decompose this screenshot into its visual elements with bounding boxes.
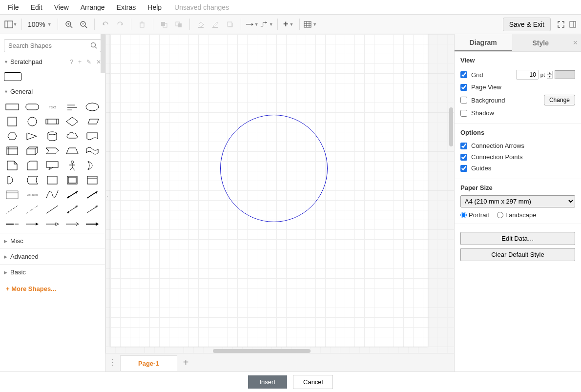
shape-actor[interactable] [64, 160, 81, 171]
shape-circle[interactable] [24, 116, 41, 127]
zoom-out-icon[interactable] [77, 18, 90, 31]
shape-data-storage[interactable] [24, 174, 41, 186]
basic-header[interactable]: ▶Basic [0, 264, 105, 280]
shape-double-rect[interactable] [64, 174, 81, 186]
scratchpad-add-icon[interactable]: + [78, 59, 82, 65]
conn-arrows-checkbox[interactable] [460, 143, 467, 149]
shape-hexagon[interactable] [4, 130, 21, 142]
shape-header-rect[interactable] [84, 174, 101, 186]
redo-icon[interactable] [113, 18, 127, 31]
guides-checkbox[interactable] [460, 165, 467, 172]
grid-size-spinner[interactable]: ▲▼ [547, 71, 553, 79]
shape-square[interactable] [4, 116, 21, 127]
shape-callout[interactable] [44, 160, 61, 171]
menu-extras[interactable]: Extras [112, 1, 141, 13]
shape-rectangle[interactable] [4, 101, 21, 113]
view-mode-button[interactable]: ▼ [4, 18, 18, 31]
insert-button[interactable]: Insert [248, 375, 288, 389]
table-icon[interactable]: ▼ [304, 18, 317, 31]
shape-curve[interactable] [44, 189, 61, 201]
shape-container[interactable] [44, 174, 61, 186]
canvas-paper[interactable] [110, 34, 428, 347]
shape-card[interactable] [24, 160, 41, 171]
shape-process[interactable] [44, 116, 61, 127]
shape-textbox[interactable]: ▬▬▬▬▬▬▬▬▬ [64, 101, 81, 113]
scratchpad-edit-icon[interactable]: ✎ [86, 59, 91, 65]
undo-icon[interactable] [99, 18, 112, 31]
shape-trapezoid[interactable] [64, 145, 81, 157]
scratchpad-help-icon[interactable]: ? [70, 59, 73, 65]
shape-cylinder[interactable] [44, 130, 61, 142]
vertical-scrollbar[interactable] [449, 107, 453, 146]
shape-text[interactable]: Text [44, 101, 61, 113]
portrait-radio[interactable]: Portrait [460, 211, 489, 219]
shape-link3[interactable] [44, 218, 61, 230]
shape-and[interactable] [4, 174, 21, 186]
shape-link5[interactable] [84, 218, 101, 230]
shape-note[interactable] [4, 160, 21, 171]
shape-or[interactable] [84, 160, 101, 171]
grid-checkbox[interactable] [460, 71, 467, 78]
misc-header[interactable]: ▶Misc [0, 233, 105, 248]
line-color-icon[interactable] [208, 18, 222, 31]
change-bg-button[interactable]: Change [544, 95, 575, 105]
shape-triangle[interactable] [24, 130, 41, 142]
shape-document[interactable] [84, 130, 101, 142]
delete-icon[interactable] [135, 18, 149, 31]
sidebar-scrollbar[interactable] [101, 34, 105, 73]
grid-color-swatch[interactable] [555, 70, 575, 79]
cancel-button[interactable]: Cancel [293, 375, 333, 389]
ellipse-shape[interactable] [220, 115, 328, 222]
shape-line[interactable] [44, 204, 61, 215]
zoom-dropdown[interactable]: 100% ▼ [26, 21, 54, 28]
shadow-icon[interactable] [223, 18, 237, 31]
grid-size-input[interactable] [516, 70, 539, 80]
to-front-icon[interactable] [157, 18, 171, 31]
search-input[interactable] [4, 39, 101, 52]
menu-edit[interactable]: Edit [26, 1, 47, 13]
format-panel-icon[interactable] [568, 20, 577, 29]
canvas[interactable]: ⋮ [105, 34, 454, 353]
connection-icon[interactable]: ▼ [245, 18, 259, 31]
edit-data-button[interactable]: Edit Data… [460, 232, 575, 245]
search-icon[interactable] [90, 42, 97, 50]
page-tab-add-icon[interactable]: + [177, 357, 195, 368]
close-panel-icon[interactable]: ✕ [569, 34, 581, 51]
sidebar-resizer[interactable]: ⋮ [105, 195, 108, 205]
shape-dir-thin[interactable] [84, 204, 101, 215]
general-header[interactable]: ▼ General [0, 85, 105, 98]
zoom-in-icon[interactable] [62, 18, 76, 31]
menu-help[interactable]: Help [143, 1, 166, 13]
paper-size-select[interactable]: A4 (210 mm x 297 mm) [460, 195, 575, 207]
shape-dashed-line[interactable] [4, 204, 21, 215]
page-tab-menu-icon[interactable]: ⋮ [105, 358, 120, 367]
menu-file[interactable]: File [3, 1, 24, 13]
menu-arrange[interactable]: Arrange [76, 1, 110, 13]
scratchpad-header[interactable]: ▼ Scratchpad ? + ✎ ✕ [0, 55, 105, 68]
shape-parallelogram[interactable] [84, 116, 101, 127]
insert-icon[interactable]: +▼ [282, 18, 295, 31]
shape-list-item[interactable]: List item [24, 189, 41, 201]
shape-cube[interactable] [24, 145, 41, 157]
background-checkbox[interactable] [460, 97, 467, 103]
shape-step[interactable] [44, 145, 61, 157]
page-tab-active[interactable]: Page-1 [120, 355, 177, 371]
fill-color-icon[interactable] [194, 18, 208, 31]
fullscreen-icon[interactable] [557, 20, 565, 29]
scratchpad-shape[interactable] [4, 72, 21, 81]
shape-bidirectional-arrow[interactable] [64, 189, 81, 201]
shape-cloud[interactable] [64, 130, 81, 142]
waypoint-icon[interactable]: ▼ [260, 18, 273, 31]
advanced-header[interactable]: ▶Advanced [0, 248, 105, 264]
to-back-icon[interactable] [172, 18, 186, 31]
shape-link4[interactable] [64, 218, 81, 230]
tab-style[interactable]: Style [512, 34, 570, 51]
landscape-radio[interactable]: Landscape [497, 211, 537, 219]
shape-dotted-line[interactable] [24, 204, 41, 215]
shape-bidir-thin[interactable] [64, 204, 81, 215]
shape-link1[interactable] [4, 218, 21, 230]
shape-list[interactable] [4, 189, 21, 201]
tab-diagram[interactable]: Diagram [455, 34, 512, 51]
clear-style-button[interactable]: Clear Default Style [460, 248, 575, 261]
shape-tape[interactable] [84, 145, 101, 157]
